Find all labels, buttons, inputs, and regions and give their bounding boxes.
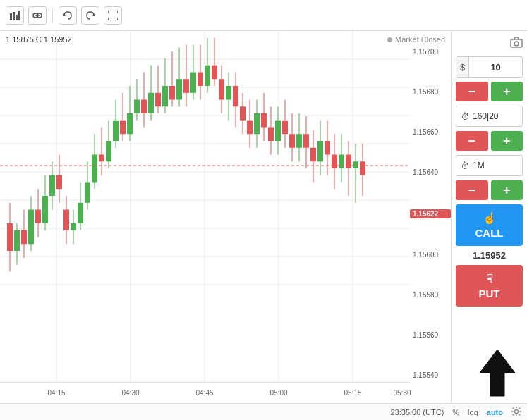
svg-rect-86 — [226, 86, 231, 100]
put-button[interactable]: ☟ PUT — [456, 265, 523, 307]
svg-rect-76 — [190, 73, 196, 93]
svg-rect-32 — [35, 210, 41, 224]
svg-rect-46 — [85, 183, 90, 203]
svg-rect-26 — [14, 230, 20, 251]
svg-rect-94 — [254, 113, 260, 134]
chart-info: 1.15875 C 1.15952 — [6, 35, 72, 44]
timeframe-controls: − + — [456, 180, 523, 200]
svg-rect-40 — [63, 210, 69, 230]
timer-plus-button[interactable]: + — [491, 131, 523, 151]
time-label-6: 05:30 — [393, 389, 411, 397]
svg-rect-2 — [16, 15, 18, 20]
amount-minus-button[interactable]: − — [456, 82, 488, 101]
svg-rect-122 — [353, 161, 358, 168]
right-panel: $ 10 − + ⏱ 160|20 − + ⏱ 1M − + ☝ — [451, 31, 527, 403]
svg-rect-44 — [78, 203, 83, 223]
timeframe-clock-icon: ⏱ — [461, 161, 470, 171]
undo-icon[interactable] — [59, 6, 77, 25]
svg-rect-70 — [169, 86, 175, 100]
svg-rect-104 — [289, 134, 295, 148]
timeframe-plus-button[interactable]: + — [491, 180, 523, 200]
svg-rect-58 — [127, 113, 133, 134]
svg-rect-116 — [332, 155, 337, 169]
svg-rect-72 — [176, 79, 182, 99]
fullscreen-icon[interactable] — [104, 6, 122, 25]
svg-rect-92 — [247, 121, 253, 135]
price-3: 1.15660 — [410, 128, 451, 136]
log-item[interactable]: log — [468, 408, 478, 416]
percent-item[interactable]: % — [452, 408, 459, 416]
screenshot-icon[interactable] — [510, 37, 523, 51]
svg-rect-114 — [325, 141, 330, 155]
chart-container: 1.15875 C 1.15952 Market Closed — [0, 31, 451, 403]
svg-rect-108 — [303, 134, 309, 148]
price-4: 1.15640 — [410, 168, 451, 176]
chart-symbol: 1.15875 — [6, 35, 34, 44]
svg-point-128 — [515, 409, 519, 413]
time-label-3: 04:45 — [195, 389, 213, 397]
svg-rect-34 — [42, 196, 48, 223]
svg-rect-38 — [56, 175, 62, 190]
amount-plus-button[interactable]: + — [491, 82, 523, 101]
timer-controls: − + — [456, 131, 523, 151]
svg-rect-68 — [162, 86, 168, 106]
svg-rect-48 — [92, 155, 97, 183]
bottom-bar: 23:35:00 (UTC) % log auto — [0, 403, 527, 420]
toolbar — [0, 0, 527, 31]
svg-rect-54 — [113, 121, 119, 141]
svg-rect-96 — [261, 113, 267, 128]
time-label-5: 05:15 — [344, 389, 361, 397]
settings-icon[interactable] — [511, 407, 521, 418]
svg-rect-88 — [233, 86, 238, 106]
timer-value: 160|20 — [473, 111, 499, 121]
main-area: 1.15875 C 1.15952 Market Closed — [0, 31, 527, 403]
svg-rect-106 — [296, 134, 302, 148]
price-7: 1.15560 — [410, 331, 451, 339]
currency-symbol: $ — [456, 57, 469, 77]
price-2: 1.15680 — [410, 88, 451, 96]
current-price: 1.15622 — [410, 209, 451, 218]
bar-chart-icon[interactable] — [6, 6, 24, 25]
auto-item[interactable]: auto — [487, 408, 503, 416]
chart-label-c: C — [36, 35, 42, 44]
svg-rect-28 — [21, 230, 27, 245]
chart-label-c-value: 1.15952 — [44, 35, 72, 44]
clock-icon: ⏱ — [461, 111, 470, 122]
svg-rect-60 — [134, 100, 140, 114]
separator — [52, 8, 53, 23]
price-1: 1.15700 — [410, 48, 451, 56]
candlestick-chart — [0, 31, 410, 382]
svg-rect-24 — [7, 223, 13, 251]
redo-icon[interactable] — [81, 6, 99, 25]
timer-row: ⏱ 160|20 — [456, 106, 523, 127]
svg-rect-110 — [310, 148, 316, 162]
amount-controls: − + — [456, 82, 523, 101]
svg-rect-1 — [13, 12, 15, 20]
time-label-1: 04:15 — [47, 389, 65, 397]
amount-value[interactable]: 10 — [469, 62, 522, 73]
svg-rect-80 — [205, 66, 210, 86]
svg-rect-56 — [120, 121, 126, 135]
svg-rect-42 — [71, 223, 76, 230]
scale-icon[interactable] — [28, 6, 47, 25]
call-button[interactable]: ☝ CALL — [456, 204, 523, 246]
svg-rect-50 — [99, 155, 104, 162]
price-5: 1.15600 — [410, 251, 451, 259]
timeframe-minus-button[interactable]: − — [456, 180, 488, 200]
svg-rect-82 — [212, 66, 217, 80]
svg-rect-62 — [141, 100, 147, 114]
svg-rect-78 — [198, 73, 203, 87]
price-axis: 1.15700 1.15680 1.15660 1.15640 1.15622 … — [410, 31, 451, 382]
time-label-4: 05:00 — [269, 389, 287, 397]
price-display: 1.15952 — [473, 250, 506, 261]
svg-rect-100 — [275, 121, 281, 141]
svg-rect-120 — [346, 155, 351, 169]
timeframe-value: 1M — [473, 161, 485, 171]
svg-rect-3 — [18, 11, 20, 20]
svg-rect-84 — [219, 79, 224, 99]
svg-rect-64 — [148, 93, 154, 113]
svg-rect-52 — [106, 141, 111, 161]
svg-rect-66 — [155, 93, 161, 107]
timer-minus-button[interactable]: − — [456, 131, 488, 151]
svg-marker-7 — [63, 13, 66, 16]
